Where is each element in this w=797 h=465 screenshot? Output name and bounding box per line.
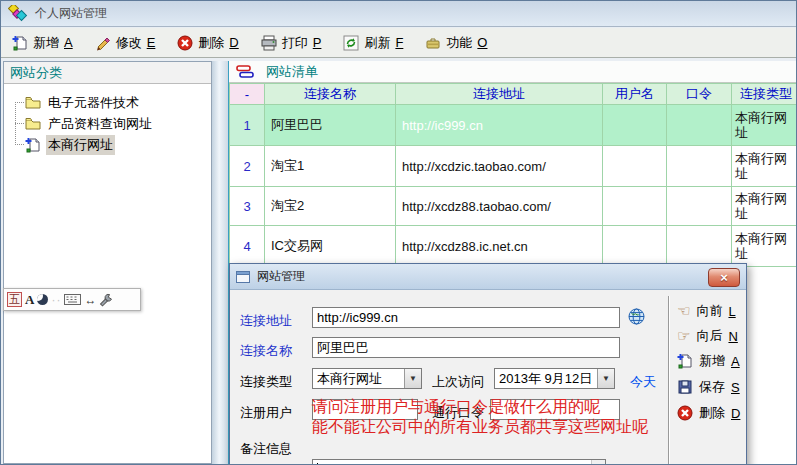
dialog-delete-button[interactable]: 删除D xyxy=(677,404,740,422)
cell-rownum[interactable]: 2 xyxy=(230,146,265,187)
col-header-type[interactable]: 连接类型 xyxy=(732,84,797,105)
cell-name[interactable]: 淘宝2 xyxy=(265,187,396,226)
reg-user-input[interactable] xyxy=(312,399,418,420)
cell-url[interactable]: http://xcdz88.ic.net.cn xyxy=(396,226,603,267)
width-toggle-icon[interactable]: ↔ xyxy=(84,293,96,307)
col-header-name[interactable]: 连接名称 xyxy=(265,84,396,105)
cell-url-selected[interactable]: http://ic999.cn xyxy=(396,105,603,146)
cell-user[interactable] xyxy=(603,187,667,226)
dialog-title: 网站管理 xyxy=(257,268,305,285)
moon-icon[interactable] xyxy=(37,294,48,305)
ime-mode-button[interactable]: 五 xyxy=(7,292,22,307)
cell-password[interactable] xyxy=(667,146,732,187)
button-label: 修改 xyxy=(116,34,142,52)
hotkey: E xyxy=(147,35,156,50)
last-visit-date-dropdown[interactable]: 2013年 9月12日 ▼ xyxy=(494,368,615,389)
cell-type[interactable]: 本商行网址 xyxy=(732,105,797,146)
hotkey: F xyxy=(395,35,403,50)
hotkey: N xyxy=(728,329,737,344)
refresh-icon xyxy=(343,35,359,51)
type-value: 本商行网址 xyxy=(313,370,404,388)
cell-type[interactable]: 本商行网址 xyxy=(732,146,797,187)
hand-right-icon: ☞ xyxy=(677,328,690,344)
type-dropdown[interactable]: 本商行网址 ▼ xyxy=(312,368,422,389)
hotkey: P xyxy=(313,35,322,50)
backward-button[interactable]: ☞ 向后N xyxy=(677,327,738,345)
window-icon xyxy=(236,271,250,283)
col-header-rownum[interactable]: - xyxy=(230,84,265,105)
url-input[interactable] xyxy=(312,307,620,328)
cell-name[interactable]: 淘宝1 xyxy=(265,146,396,187)
remark-textarea[interactable]: ▲ xyxy=(312,459,606,465)
function-button[interactable]: 功能O xyxy=(422,32,490,54)
main-toolbar: 新增A 修改E 删除D 打印P 刷新F xyxy=(1,28,797,58)
chevron-down-icon[interactable]: ▼ xyxy=(597,369,614,388)
type-label: 连接类型 xyxy=(240,373,292,391)
globe-icon[interactable] xyxy=(628,308,645,325)
password-label: 通行口令 xyxy=(432,404,484,422)
cell-rownum[interactable]: 4 xyxy=(230,226,265,267)
cell-user[interactable] xyxy=(603,105,667,146)
tree-item-label: 电子元器件技术 xyxy=(46,93,141,113)
keyboard-icon[interactable] xyxy=(64,294,81,305)
category-panel: 网站分类 电子元器件技术 产品资料查询网址 xyxy=(3,61,212,464)
cell-user[interactable] xyxy=(603,146,667,187)
dialog-new-button[interactable]: 新增A xyxy=(677,352,740,370)
table-row: 1 阿里巴巴 http://ic999.cn 本商行网址 xyxy=(230,105,797,146)
table-row: 4 IC交易网 http://xcdz88.ic.net.cn 本商行网址 xyxy=(230,226,797,267)
new-button[interactable]: 新增A xyxy=(9,32,76,54)
list-title: 网站清单 xyxy=(266,63,318,81)
cell-name[interactable]: IC交易网 xyxy=(265,226,396,267)
scrollbar[interactable]: ▲ xyxy=(591,460,605,465)
password-input[interactable] xyxy=(490,399,620,420)
tree-item-our-shop[interactable]: 本商行网址 xyxy=(4,134,211,155)
forward-button[interactable]: ☜ 向前L xyxy=(677,302,736,320)
delete-circle-icon xyxy=(677,405,693,421)
col-header-password[interactable]: 口令 xyxy=(667,84,732,105)
website-edit-dialog: 网站管理 × 连接地址 连接名称 连接类型 本商行网址 ▼ 上次访问 2013年… xyxy=(229,263,747,465)
tree-item-electronics[interactable]: 电子元器件技术 xyxy=(4,92,211,113)
button-label: 新增 xyxy=(699,352,725,370)
tree-item-product-info[interactable]: 产品资料查询网址 xyxy=(4,113,211,134)
panel-splitter[interactable] xyxy=(212,61,228,464)
today-link[interactable]: 今天 xyxy=(630,373,656,391)
save-button[interactable]: 保存S xyxy=(677,378,740,396)
floppy-save-icon xyxy=(677,379,693,395)
cell-password[interactable] xyxy=(667,105,732,146)
window-title: 个人网站管理 xyxy=(35,5,107,22)
ime-letter-button[interactable]: A xyxy=(25,292,34,308)
button-label: 新增 xyxy=(33,34,59,52)
cell-user[interactable] xyxy=(603,226,667,267)
cell-password[interactable] xyxy=(667,226,732,267)
cell-url[interactable]: http://xcdzic.taobao.com/ xyxy=(396,146,603,187)
cell-url[interactable]: http://xcdz88.taobao.com/ xyxy=(396,187,603,226)
wrench-icon[interactable] xyxy=(99,293,113,307)
name-input[interactable] xyxy=(312,337,620,358)
cell-type[interactable]: 本商行网址 xyxy=(732,187,797,226)
edit-button[interactable]: 修改E xyxy=(92,32,159,54)
button-label: 向后 xyxy=(696,327,722,345)
button-label: 删除 xyxy=(198,34,224,52)
name-label: 连接名称 xyxy=(240,342,292,360)
col-header-user[interactable]: 用户名 xyxy=(603,84,667,105)
cell-name[interactable]: 阿里巴巴 xyxy=(265,105,396,146)
cell-rownum[interactable]: 3 xyxy=(230,187,265,226)
close-icon[interactable]: × xyxy=(708,268,740,287)
refresh-button[interactable]: 刷新F xyxy=(340,32,406,54)
punctuation-icon[interactable]: ·· xyxy=(51,293,61,307)
chevron-down-icon[interactable]: ▼ xyxy=(404,369,421,388)
cell-password[interactable] xyxy=(667,187,732,226)
last-visit-label: 上次访问 xyxy=(432,373,484,391)
cell-rownum[interactable]: 1 xyxy=(230,105,265,146)
button-label: 功能 xyxy=(446,34,472,52)
remark-label: 备注信息 xyxy=(240,440,292,458)
url-label: 连接地址 xyxy=(240,312,292,330)
folder-icon xyxy=(25,96,41,109)
dialog-title-bar[interactable]: 网站管理 × xyxy=(230,264,746,290)
col-header-url[interactable]: 连接地址 xyxy=(396,84,603,105)
button-label: 刷新 xyxy=(364,34,390,52)
cell-type[interactable]: 本商行网址 xyxy=(732,226,797,267)
table-row: 2 淘宝1 http://xcdzic.taobao.com/ 本商行网址 xyxy=(230,146,797,187)
delete-button[interactable]: 删除D xyxy=(174,32,241,54)
print-button[interactable]: 打印P xyxy=(258,32,325,54)
